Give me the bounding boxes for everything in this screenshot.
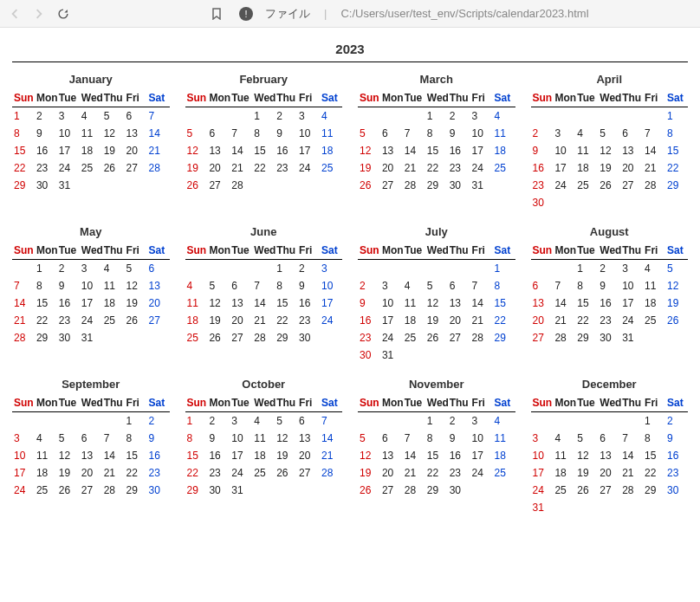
day-cell: 26 <box>575 482 598 499</box>
day-cell <box>470 260 493 278</box>
day-cell: 10 <box>620 277 643 295</box>
day-cell: 22 <box>125 464 147 482</box>
day-cell: 17 <box>553 159 575 177</box>
day-cell: 5 <box>207 277 230 295</box>
day-cell: 22 <box>12 159 35 177</box>
day-cell: 15 <box>493 295 515 312</box>
bookmark-icon[interactable] <box>210 7 224 21</box>
day-cell: 15 <box>425 142 448 159</box>
day-cell: 14 <box>102 447 125 464</box>
day-cell: 23 <box>275 159 297 177</box>
day-cell: 20 <box>297 447 320 464</box>
weekday-header: Fri <box>470 394 493 412</box>
day-cell: 18 <box>493 447 515 464</box>
weekday-header: Fri <box>643 394 665 412</box>
day-cell: 21 <box>620 464 643 482</box>
weekday-header: Tue <box>575 394 598 412</box>
day-cell: 11 <box>252 430 275 447</box>
day-cell: 13 <box>531 295 554 312</box>
month-table: SunMonTueWedThuFriSat1234567891011121314… <box>185 394 343 499</box>
day-cell: 21 <box>403 159 425 177</box>
weekday-header: Sat <box>493 89 515 107</box>
day-cell: 2 <box>297 260 320 278</box>
weekday-header: Wed <box>425 242 448 260</box>
day-cell: 16 <box>665 447 688 464</box>
day-cell: 9 <box>207 430 230 447</box>
day-cell <box>403 412 425 430</box>
page-content: 2023 JanuarySunMonTueWedThuFriSat1234567… <box>0 28 700 525</box>
day-cell <box>665 499 688 516</box>
day-cell: 23 <box>207 464 230 482</box>
info-icon: ! <box>239 7 253 21</box>
weekday-header: Wed <box>598 394 620 412</box>
day-cell: 4 <box>575 125 598 142</box>
day-cell: 23 <box>598 312 620 329</box>
day-cell: 24 <box>553 177 575 194</box>
day-cell: 16 <box>35 142 57 159</box>
reload-button[interactable] <box>55 6 71 22</box>
weekday-header: Thu <box>620 242 643 260</box>
day-cell <box>275 482 297 499</box>
day-cell: 19 <box>665 295 688 312</box>
day-cell: 17 <box>80 295 102 312</box>
day-cell: 3 <box>297 107 320 126</box>
month-table: SunMonTueWedThuFriSat1234567891011121314… <box>358 242 515 364</box>
month-name: June <box>185 222 343 242</box>
day-cell: 3 <box>470 107 493 126</box>
day-cell: 16 <box>598 295 620 312</box>
day-cell: 15 <box>252 142 275 159</box>
day-cell: 1 <box>643 412 665 430</box>
day-cell: 22 <box>425 464 448 482</box>
day-cell: 13 <box>80 447 102 464</box>
day-cell: 16 <box>531 159 554 177</box>
weekday-header: Sat <box>665 242 688 260</box>
day-cell: 9 <box>598 277 620 295</box>
day-cell: 5 <box>358 125 380 142</box>
day-cell: 29 <box>425 482 448 499</box>
day-cell: 2 <box>598 260 620 278</box>
day-cell: 22 <box>425 159 448 177</box>
day-cell: 1 <box>665 107 688 126</box>
day-cell: 5 <box>57 430 80 447</box>
day-cell: 20 <box>380 464 403 482</box>
day-cell: 10 <box>380 295 403 312</box>
day-cell: 28 <box>470 329 493 346</box>
back-button[interactable] <box>7 6 23 22</box>
weekday-header: Wed <box>80 394 102 412</box>
day-cell: 14 <box>230 142 252 159</box>
weekday-header: Sat <box>320 89 342 107</box>
day-cell: 11 <box>553 447 575 464</box>
day-cell: 31 <box>80 329 102 346</box>
day-cell <box>620 412 643 430</box>
day-cell: 25 <box>403 329 425 346</box>
weekday-header: Fri <box>125 242 147 260</box>
day-cell: 13 <box>620 142 643 159</box>
month-table: SunMonTueWedThuFriSat1234567891011121314… <box>358 394 515 499</box>
weekday-header: Wed <box>425 394 448 412</box>
day-cell: 3 <box>553 125 575 142</box>
day-cell: 9 <box>275 125 297 142</box>
day-cell: 8 <box>643 430 665 447</box>
weekday-header: Mon <box>35 89 57 107</box>
day-cell: 6 <box>297 412 320 430</box>
day-cell: 12 <box>57 447 80 464</box>
day-cell: 3 <box>80 260 102 278</box>
day-cell: 30 <box>297 329 320 346</box>
day-cell: 12 <box>598 142 620 159</box>
day-cell: 28 <box>102 482 125 499</box>
day-cell: 2 <box>448 107 470 126</box>
day-cell: 6 <box>80 430 102 447</box>
day-cell <box>185 107 208 126</box>
day-cell: 16 <box>147 447 170 464</box>
day-cell: 26 <box>207 329 230 346</box>
day-cell: 10 <box>470 430 493 447</box>
forward-button[interactable] <box>31 6 47 22</box>
day-cell: 25 <box>35 482 57 499</box>
day-cell: 8 <box>275 277 297 295</box>
day-cell: 7 <box>403 125 425 142</box>
day-cell: 10 <box>470 125 493 142</box>
day-cell: 14 <box>643 142 665 159</box>
day-cell: 19 <box>125 295 147 312</box>
day-cell: 3 <box>470 412 493 430</box>
day-cell: 25 <box>493 464 515 482</box>
